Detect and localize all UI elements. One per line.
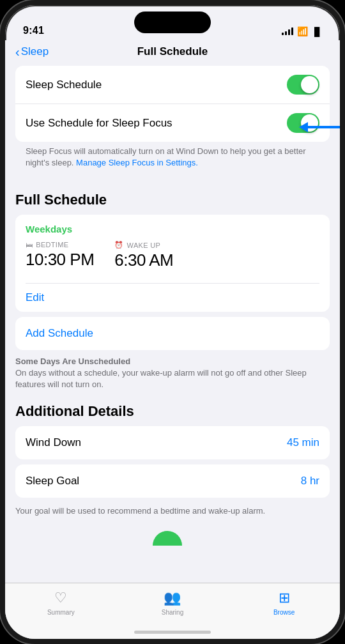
toggles-card: Sleep Schedule Use Schedule for Sleep Fo…: [15, 66, 330, 142]
sleep-goal-value: 8 hr: [301, 475, 319, 487]
toggles-section: Sleep Schedule Use Schedule for Sleep Fo…: [15, 66, 330, 176]
sleep-schedule-circle-preview: [153, 531, 182, 546]
back-label: Sleep: [21, 45, 49, 58]
sleep-schedule-label: Sleep Schedule: [26, 79, 102, 91]
edit-button[interactable]: Edit: [26, 291, 44, 303]
nav-header: ‹ Sleep Full Schedule: [5, 40, 340, 66]
home-indicator: [134, 631, 211, 634]
bedtime-block: 🛏 BEDTIME 10:30 PM: [26, 241, 94, 270]
wind-down-value: 45 min: [287, 436, 319, 449]
wind-down-label: Wind Down: [26, 436, 81, 449]
tab-sharing-label: Sharing: [162, 609, 183, 616]
status-icons: 📶 ▐▌: [282, 26, 322, 36]
arrow-line: [308, 126, 345, 128]
schedule-card: Weekdays 🛏 BEDTIME 10:30 PM ⏰ WAKE UP: [15, 215, 330, 312]
wakeup-block: ⏰ WAKE UP 6:30 AM: [114, 241, 173, 270]
bed-icon: 🛏: [26, 241, 33, 249]
dynamic-island: [134, 12, 211, 33]
wakeup-value: 6:30 AM: [114, 250, 173, 270]
chevron-left-icon: ‹: [15, 45, 20, 59]
sleep-goal-label: Sleep Goal: [26, 475, 79, 487]
add-schedule-card: Add Schedule: [15, 317, 330, 350]
manage-settings-link[interactable]: Manage Sleep Focus in Settings.: [76, 158, 198, 167]
unscheduled-body: On days without a schedule, your wake-up…: [15, 367, 330, 390]
wakeup-label: WAKE UP: [127, 241, 160, 249]
use-schedule-row: Use Schedule for Sleep Focus: [15, 104, 330, 142]
add-schedule-button[interactable]: Add Schedule: [26, 327, 93, 339]
wind-down-card: Wind Down 45 min: [15, 426, 330, 459]
full-schedule-title: Full Schedule: [5, 187, 340, 215]
battery-icon: ▐▌: [312, 27, 322, 36]
alarm-icon: ⏰: [114, 241, 123, 249]
bedtime-label: BEDTIME: [36, 241, 68, 249]
wifi-icon: 📶: [297, 26, 308, 36]
unscheduled-note: Some Days Are Unscheduled On days withou…: [5, 354, 340, 398]
wakeup-label-row: ⏰ WAKE UP: [114, 241, 173, 249]
schedule-times: 🛏 BEDTIME 10:30 PM ⏰ WAKE UP 6:30 AM: [26, 241, 319, 279]
heart-icon: ♡: [54, 590, 67, 606]
sleep-schedule-row: Sleep Schedule: [15, 66, 330, 104]
page-title: Full Schedule: [137, 45, 208, 58]
tab-browse[interactable]: ⊞ Browse: [259, 590, 310, 616]
bedtime-label-row: 🛏 BEDTIME: [26, 241, 94, 249]
arrow-head-icon: [299, 122, 308, 132]
unscheduled-title: Some Days Are Unscheduled: [15, 356, 330, 366]
sleep-schedule-toggle[interactable]: [287, 75, 319, 95]
schedule-header: Weekdays 🛏 BEDTIME 10:30 PM ⏰ WAKE UP: [15, 215, 330, 283]
edit-row: Edit: [15, 284, 330, 312]
schedule-day-label: Weekdays: [26, 224, 319, 234]
bedtime-value: 10:30 PM: [26, 250, 94, 270]
toggle-arrow-annotation: [299, 122, 345, 132]
sleep-focus-helper-text: Sleep Focus will automatically turn on a…: [15, 142, 330, 176]
sleep-goal-row[interactable]: Sleep Goal 8 hr: [15, 464, 330, 498]
back-button[interactable]: ‹ Sleep: [15, 45, 49, 59]
main-content: ‹ Sleep Full Schedule Sleep Schedule Use…: [5, 40, 340, 639]
sleep-goal-card: Sleep Goal 8 hr: [15, 464, 330, 498]
additional-details-title: Additional Details: [5, 398, 340, 426]
sharing-icon: 👥: [164, 590, 181, 606]
status-time: 9:41: [23, 25, 44, 36]
tab-sharing[interactable]: 👥 Sharing: [147, 590, 198, 616]
tab-summary[interactable]: ♡ Summary: [35, 590, 86, 616]
toggle-thumb: [301, 76, 318, 93]
tab-summary-label: Summary: [47, 609, 75, 616]
browse-icon: ⊞: [279, 590, 290, 606]
sleep-goal-note: Your goal will be used to recommend a be…: [5, 503, 340, 526]
use-schedule-label: Use Schedule for Sleep Focus: [26, 117, 172, 130]
signal-bars-icon: [282, 27, 293, 35]
wind-down-row[interactable]: Wind Down 45 min: [15, 426, 330, 459]
tab-browse-label: Browse: [273, 609, 295, 616]
